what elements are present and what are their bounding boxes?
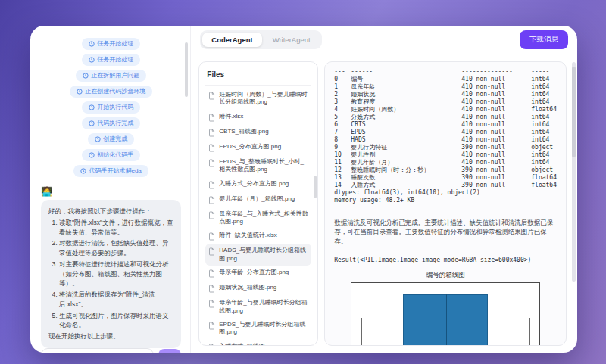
document-icon bbox=[208, 92, 215, 100]
clock-icon bbox=[80, 168, 86, 174]
document-icon bbox=[208, 211, 215, 219]
status-pill: 初始化代码手 bbox=[82, 149, 140, 161]
assistant-message: 好的，我将按照以下步骤进行操作： 读取"附件.xlsx"文件，进行数据概览，查看… bbox=[41, 200, 181, 348]
dataframe-info-row: 10 婴儿性别 410 non-null int64 bbox=[334, 151, 557, 159]
document-icon bbox=[208, 159, 215, 167]
agent-tab[interactable]: CoderAgent bbox=[202, 33, 261, 47]
document-icon bbox=[208, 344, 215, 346]
files-scrollbar[interactable] bbox=[314, 176, 317, 198]
status-pill-label: 任务开始处理 bbox=[97, 40, 133, 48]
file-item[interactable]: 婴儿年龄（月）_箱线图.png bbox=[205, 192, 311, 207]
agent-tab[interactable]: WriterAgent bbox=[264, 33, 320, 47]
agent-header: CoderAgent WriterAgent 下载消息 bbox=[191, 26, 577, 54]
file-item[interactable]: 附件.xlsx bbox=[205, 110, 311, 125]
status-pill-label: 创建完成 bbox=[103, 135, 127, 143]
document-icon bbox=[208, 322, 215, 330]
dataframe-info-row: 5 分娩方式 410 non-null int64 bbox=[334, 114, 557, 121]
file-item[interactable]: 妊娠时间（周数）_与婴儿睡眠时长分组箱线图.png bbox=[205, 88, 311, 110]
files-panel: Files 妊娠时间（周数）_与婴儿睡眠时长分组箱线图.png 附件.xlsx bbox=[198, 61, 318, 346]
clock-icon bbox=[77, 89, 83, 95]
message-step: 对主要特征进行统计描述和可视化分析（如分布图、箱线图、相关性热力图等）。 bbox=[59, 260, 174, 288]
file-name: 母亲年龄_与_入睡方式_相关性散点图.png bbox=[219, 210, 308, 226]
file-name: 婚姻状况_箱线图.png bbox=[219, 284, 276, 291]
clock-icon bbox=[83, 73, 89, 79]
dataframe-info-row: 2 婚姻状况 410 non-null int64 bbox=[334, 91, 557, 98]
file-name: 母亲年龄_分布直方图.png bbox=[219, 269, 289, 276]
file-name: HADS_与婴儿睡眠时长分组箱线图.png bbox=[219, 247, 308, 263]
document-icon bbox=[208, 129, 215, 137]
dataframe-info-row: 0 编号 410 non-null int64 bbox=[334, 76, 557, 83]
agent-content: Files 妊娠时间（周数）_与婴儿睡眠时长分组箱线图.png 附件.xlsx bbox=[191, 54, 577, 353]
chart-axes bbox=[351, 282, 540, 346]
agent-tabs: CoderAgent WriterAgent bbox=[200, 30, 321, 49]
file-item[interactable]: 附件_缺失值统计.xlsx bbox=[205, 229, 311, 244]
file-name: 婴儿年龄（月）_箱线图.png bbox=[219, 195, 295, 203]
file-item[interactable]: CBTS_箱线图.png bbox=[205, 125, 311, 140]
document-icon bbox=[208, 269, 215, 278]
dataframe-info-row: 7 EPDS 410 non-null int64 bbox=[334, 129, 557, 136]
clock-icon bbox=[89, 41, 95, 47]
document-icon bbox=[208, 285, 215, 293]
chat-panel: 任务开始处理 任务开始处理 正在拆解用户问题 正在创建代码沙盒环境 bbox=[30, 26, 190, 353]
file-item[interactable]: 入睡方式_箱线图.png bbox=[205, 340, 311, 346]
status-pill-label: 代码手开始求解eda bbox=[89, 167, 141, 175]
file-name: EPDS_与_整晚睡眠时长_小时_相关性散点图.png bbox=[219, 158, 308, 174]
clock-icon bbox=[89, 104, 95, 110]
dataframe-info-rows: 0 编号 410 non-null int64 1 母亲年龄 410 non-n… bbox=[334, 76, 557, 189]
chat-scrollbar[interactable] bbox=[185, 42, 188, 97]
document-icon bbox=[208, 232, 215, 241]
file-name: EPDS_分布直方图.png bbox=[219, 143, 281, 151]
file-name: 入睡方式_分布直方图.png bbox=[219, 180, 289, 188]
dataframe-info-row: 13 睡醒次数 390 non-null float64 bbox=[334, 174, 557, 182]
message-steps: 读取"附件.xlsx"文件，进行数据概览，查看缺失值、异常值等。 对数据进行清洗… bbox=[48, 218, 174, 330]
boxplot-figure: 编号的箱线图 bbox=[351, 271, 540, 346]
whisker-line-low bbox=[361, 344, 403, 344]
message-input[interactable] bbox=[41, 348, 154, 353]
dtypes-line: dtypes: float64(3), int64(10), object(2) bbox=[334, 189, 557, 197]
file-item[interactable]: 婚姻状况_箱线图.png bbox=[205, 281, 311, 296]
status-pill: 开始执行代码 bbox=[82, 101, 140, 114]
status-pill: 代码手开始求解eda bbox=[73, 165, 148, 177]
document-icon bbox=[208, 181, 215, 189]
document-icon bbox=[208, 114, 215, 122]
output-scrollbar-thumb[interactable] bbox=[572, 67, 576, 157]
message-outro: 现在开始执行以上步骤。 bbox=[48, 331, 174, 341]
chart-title: 编号的箱线图 bbox=[351, 271, 540, 280]
whisker-cap-high bbox=[529, 318, 530, 346]
download-messages-button[interactable]: 下载消息 bbox=[520, 30, 568, 49]
status-pill: 正在创建代码沙盒环境 bbox=[70, 86, 152, 98]
agent-main-panel: CoderAgent WriterAgent 下载消息 Files 妊娠时间（周… bbox=[190, 26, 577, 353]
send-button[interactable] bbox=[158, 349, 181, 353]
file-item[interactable]: 母亲年龄_与婴儿睡眠时长分组箱线图.png bbox=[205, 296, 311, 318]
files-panel-title: Files bbox=[205, 69, 311, 86]
message-step: 将清洗后的数据保存为"附件_清洗后.xlsx"。 bbox=[59, 290, 174, 310]
dataframe-info-row: 9 婴儿行为特征 390 non-null object bbox=[334, 144, 557, 151]
document-icon bbox=[208, 196, 215, 204]
assistant-avatar: 🧑‍💻 bbox=[41, 186, 181, 197]
message-step: 对数据进行清洗，包括缺失值处理、异常值处理等必要的步骤。 bbox=[59, 238, 174, 258]
dataframe-info-row: 8 HADS 410 non-null int64 bbox=[334, 136, 557, 144]
dataframe-info-row: 3 教育程度 410 non-null int64 bbox=[334, 98, 557, 106]
file-item[interactable]: HADS_与婴儿睡眠时长分组箱线图.png bbox=[205, 244, 311, 266]
result-line: Result(<PIL.Image.Image image mode=RGBA … bbox=[334, 257, 557, 264]
output-scrollbar[interactable] bbox=[572, 62, 576, 282]
dataframe-info-row: 6 CBTS 410 non-null int64 bbox=[334, 121, 557, 129]
file-item[interactable]: 母亲年龄_与_入睡方式_相关性散点图.png bbox=[205, 207, 311, 229]
whisker-line-high bbox=[488, 344, 529, 344]
file-item[interactable]: EPDS_与_整晚睡眠时长_小时_相关性散点图.png bbox=[205, 155, 311, 177]
document-icon bbox=[208, 300, 215, 308]
file-name: 母亲年龄_与婴儿睡眠时长分组箱线图.png bbox=[219, 299, 308, 315]
file-list: 妊娠时间（周数）_与婴儿睡眠时长分组箱线图.png 附件.xlsx CBTS_箱… bbox=[205, 88, 311, 346]
status-pill: 任务开始处理 bbox=[82, 54, 140, 66]
status-pill-label: 开始执行代码 bbox=[97, 104, 133, 111]
file-item[interactable]: EPDS_分布直方图.png bbox=[205, 140, 311, 155]
file-item[interactable]: 母亲年龄_分布直方图.png bbox=[205, 266, 311, 281]
file-item[interactable]: 入睡方式_分布直方图.png bbox=[205, 177, 311, 192]
file-item[interactable]: EPDS_与婴儿睡眠时长分组箱线图.png bbox=[205, 318, 311, 340]
dataframe-info-row: 11 婴儿年龄（月） 410 non-null int64 bbox=[334, 159, 557, 166]
dataframe-info-row: 4 妊娠时间（周数） 410 non-null float64 bbox=[334, 106, 557, 114]
median-line bbox=[446, 294, 447, 346]
message-step: 读取"附件.xlsx"文件，进行数据概览，查看缺失值、异常值等。 bbox=[59, 218, 174, 238]
whisker-cap-low bbox=[361, 318, 362, 346]
message-input-row bbox=[41, 348, 181, 353]
